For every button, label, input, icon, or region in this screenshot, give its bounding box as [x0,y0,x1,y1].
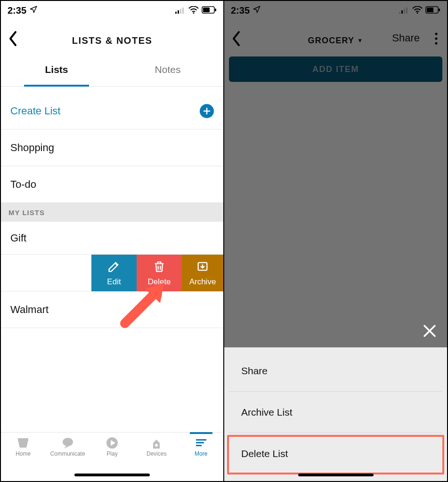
svg-point-14 [155,444,158,447]
swipe-edit-button[interactable]: Edit [91,255,137,291]
list-row-walmart[interactable]: Walmart [1,291,223,328]
create-list-label: Create List [10,105,60,117]
sheet-share[interactable]: Share [229,350,442,392]
archive-icon [196,260,209,275]
tabs: Lists Notes [1,60,223,87]
svg-rect-6 [203,8,210,12]
trash-icon [153,260,166,275]
svg-rect-7 [215,8,216,11]
list-row-shopping[interactable]: Shopping [1,129,223,166]
screen-grocery: 2:35 [224,1,447,481]
location-arrow-icon [29,5,38,16]
status-bar: 2:35 [1,1,223,20]
tab-notes[interactable]: Notes [112,60,223,86]
swipe-actions-row: Edit Delete Archive [1,255,223,291]
wifi-icon [188,5,199,16]
tab-devices-label: Devices [147,450,167,457]
tab-more-label: More [195,450,207,457]
sheet-archive[interactable]: Archive List [229,392,442,433]
pencil-icon [107,260,121,275]
plus-icon[interactable] [200,104,214,118]
tab-devices[interactable]: Devices [138,436,175,457]
header: LISTS & NOTES [1,28,223,53]
svg-rect-17 [196,445,202,446]
sheet-delete[interactable]: Delete List [229,433,442,474]
close-icon[interactable] [422,323,438,341]
list-row-gift[interactable]: Gift [1,222,223,255]
action-sheet: Share Archive List Delete List [224,347,447,481]
tab-lists[interactable]: Lists [1,60,112,86]
modal-backdrop[interactable] [224,1,447,347]
swipe-delete-label: Delete [147,277,171,287]
page-title: LISTS & NOTES [72,35,153,46]
tab-home[interactable]: Home [4,436,42,457]
tab-play[interactable]: Play [93,436,131,457]
svg-rect-3 [182,8,184,14]
tab-home-label: Home [16,450,31,457]
svg-rect-2 [180,9,181,14]
home-indicator[interactable] [74,474,150,476]
battery-icon [202,5,217,16]
swipe-delete-button[interactable]: Delete [137,255,182,291]
screen-lists: 2:35 LISTS & NOTES [1,1,224,481]
svg-point-11 [63,438,73,446]
swipe-archive-button[interactable]: Archive [182,255,223,291]
swipe-archive-label: Archive [189,277,216,287]
home-indicator[interactable] [298,474,374,476]
swipe-edit-label: Edit [107,277,121,287]
back-icon[interactable] [7,30,21,49]
list-row-todo[interactable]: To-do [1,166,223,203]
svg-rect-10 [18,438,28,441]
tab-communicate[interactable]: Communicate [49,436,87,457]
tab-play-label: Play [106,450,117,457]
svg-rect-1 [178,10,179,14]
svg-rect-15 [196,439,206,441]
section-my-lists: MY LISTS [1,203,223,222]
svg-point-4 [193,12,195,14]
tab-more[interactable]: More [182,436,220,457]
tab-communicate-label: Communicate [50,450,85,457]
clock: 2:35 [8,5,26,16]
svg-rect-0 [175,12,177,14]
cellular-icon [175,5,186,16]
create-list-row[interactable]: Create List [1,93,223,129]
svg-rect-16 [196,442,204,443]
